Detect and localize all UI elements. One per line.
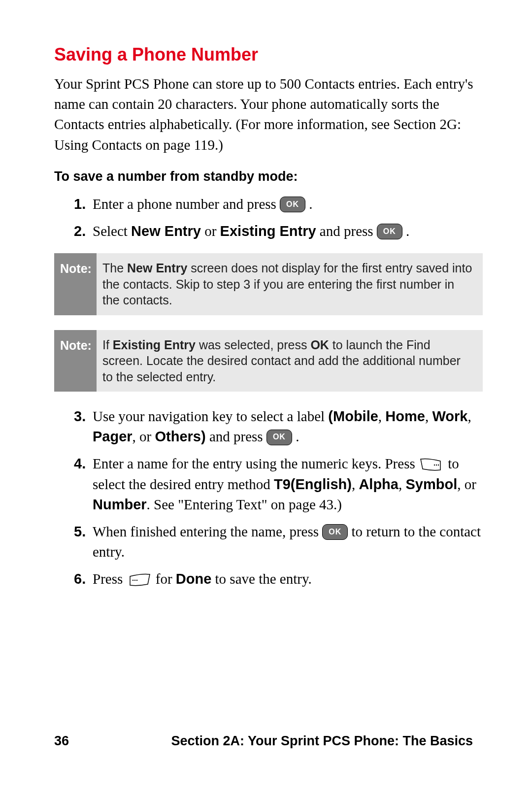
step-1: 1. Enter a phone number and press OK . — [74, 194, 483, 214]
step-number: 5. — [74, 522, 93, 542]
svg-point-4 — [134, 579, 135, 580]
ok-label: OK — [383, 226, 396, 237]
ok-button-icon: OK — [266, 430, 292, 445]
bold-text: New Entry — [127, 261, 187, 275]
step-text: . — [309, 196, 312, 212]
step-text: , — [467, 408, 471, 424]
step-text: , or — [133, 429, 155, 444]
bold-text: Existing Entry — [220, 223, 316, 239]
step-text: Enter a name for the entry using the num… — [93, 456, 419, 471]
step-list: 3. Use your navigation key to select a l… — [74, 406, 483, 589]
section-label: Section 2A: Your Sprint PCS Phone: The B… — [171, 733, 473, 749]
note-box: Note: The New Entry screen does not disp… — [54, 253, 483, 315]
intro-paragraph: Your Sprint PCS Phone can store up to 50… — [54, 74, 483, 155]
step-list: 1. Enter a phone number and press OK . 2… — [74, 194, 483, 241]
bold-text: New Entry — [131, 223, 201, 239]
ok-label: OK — [286, 199, 299, 210]
step-number: 2. — [74, 221, 93, 241]
svg-point-2 — [438, 465, 439, 466]
bold-text: OK — [310, 338, 329, 352]
step-text: , — [378, 408, 386, 424]
bold-text: Done — [176, 571, 212, 587]
step-text: , — [399, 476, 406, 492]
note-text: The — [102, 261, 127, 275]
note-text: If — [102, 338, 113, 352]
note-text: was selected, press — [196, 338, 310, 352]
bold-text: Home — [385, 408, 425, 424]
step-text: . — [296, 429, 299, 444]
step-text: Enter a phone number and press — [93, 196, 280, 212]
bold-text: Existing Entry — [113, 338, 196, 352]
bold-text: Number — [93, 497, 147, 512]
bold-text: T9(English) — [274, 476, 352, 492]
bold-text: Pager — [93, 429, 133, 444]
step-text: Use your navigation key to select a labe… — [93, 408, 328, 424]
step-text: . — [406, 223, 409, 239]
bold-text: Work — [432, 408, 467, 424]
note-label: Note: — [54, 330, 97, 392]
step-5: 5. When finished entering the name, pres… — [74, 522, 483, 562]
left-softkey-icon — [126, 572, 152, 587]
step-text: , — [425, 408, 432, 424]
step-3: 3. Use your navigation key to select a l… — [74, 406, 483, 447]
page-footer: 36 Section 2A: Your Sprint PCS Phone: Th… — [0, 733, 532, 749]
step-number: 6. — [74, 569, 93, 589]
bold-text: Alpha — [359, 476, 399, 492]
bold-text: Others) — [155, 429, 206, 444]
step-number: 1. — [74, 194, 93, 214]
svg-point-0 — [434, 465, 435, 466]
step-text: and press — [316, 223, 377, 239]
step-text: or — [201, 223, 220, 239]
note-body: The New Entry screen does not display fo… — [97, 253, 483, 315]
step-4: 4. Enter a name for the entry using the … — [74, 454, 483, 515]
step-number: 3. — [74, 406, 93, 427]
page-number: 36 — [54, 733, 69, 749]
step-text: When finished entering the name, press — [93, 524, 322, 539]
step-text: for — [156, 571, 176, 587]
step-text: , or — [457, 476, 476, 492]
ok-label: OK — [273, 432, 286, 443]
step-text: to save the entry. — [211, 571, 311, 587]
step-text: . See "Entering Text" on page 43.) — [147, 497, 342, 512]
svg-point-1 — [436, 465, 437, 466]
note-body: If Existing Entry was selected, press OK… — [97, 330, 483, 392]
ok-label: OK — [329, 527, 341, 538]
step-6: 6. Press for Done to save the entry. — [74, 569, 483, 589]
ok-button-icon: OK — [322, 524, 348, 540]
svg-point-3 — [133, 579, 133, 580]
step-2: 2. Select New Entry or Existing Entry an… — [74, 221, 483, 241]
step-text: Select — [93, 223, 131, 239]
bold-text: (Mobile — [328, 408, 378, 424]
svg-point-5 — [136, 579, 137, 580]
sub-heading: To save a number from standby mode: — [54, 169, 483, 184]
step-text: and press — [206, 429, 266, 444]
bold-text: Symbol — [405, 476, 457, 492]
section-heading: Saving a Phone Number — [54, 44, 483, 65]
step-text: , — [352, 476, 359, 492]
right-softkey-icon — [419, 457, 444, 472]
ok-button-icon: OK — [280, 197, 305, 212]
step-number: 4. — [74, 454, 93, 474]
note-label: Note: — [54, 253, 97, 315]
ok-button-icon: OK — [377, 224, 402, 239]
step-text: Press — [93, 571, 126, 587]
note-box: Note: If Existing Entry was selected, pr… — [54, 330, 483, 392]
